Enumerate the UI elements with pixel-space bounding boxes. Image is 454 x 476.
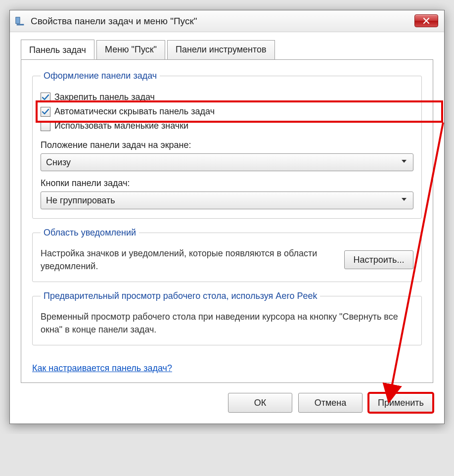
customize-button[interactable]: Настроить... [344,250,413,269]
row-lock-taskbar: Закрепить панель задач [41,90,413,104]
close-button[interactable] [414,14,438,27]
tabpanel-taskbar: Оформление панели задач Закрепить панель… [21,59,433,383]
combo-buttons[interactable]: Не группировать [41,191,413,209]
checkbox-lock-taskbar[interactable] [41,93,50,102]
group-aero-legend: Предварительный просмотр рабочего стола,… [41,291,320,301]
chevron-down-icon [400,157,408,168]
tab-strip: Панель задач Меню "Пуск" Панели инструме… [21,40,433,59]
svg-rect-0 [16,17,20,23]
aero-desc: Временный просмотр рабочего стола при на… [41,310,413,336]
close-icon [423,17,430,24]
label-lock-taskbar: Закрепить панель задач [54,92,155,102]
row-autohide: Автоматически скрывать панель задач [41,104,413,119]
notification-desc: Настройка значков и уведомлений, которые… [41,247,334,273]
cancel-button[interactable]: Отмена [298,393,363,413]
group-appearance: Оформление панели задач Закрепить панель… [32,71,422,219]
checkbox-small-icons[interactable] [41,121,50,131]
chevron-down-icon [400,195,408,206]
combo-position-value: Снизу [46,157,71,168]
label-autohide: Автоматически скрывать панель задач [54,106,215,117]
group-notification: Область уведомлений Настройка значков и … [32,228,422,282]
svg-rect-1 [17,24,24,25]
combo-buttons-value: Не группировать [46,195,115,206]
apply-button[interactable]: Применить [368,393,433,413]
tab-toolbars[interactable]: Панели инструментов [167,40,275,60]
help-link[interactable]: Как настраивается панель задач? [32,363,172,374]
titlebar: Свойства панели задач и меню "Пуск" [10,10,444,32]
combo-position[interactable]: Снизу [41,153,413,171]
checkbox-autohide[interactable] [41,107,50,117]
dialog-window: Свойства панели задач и меню "Пуск" Пане… [9,10,445,424]
group-appearance-legend: Оформление панели задач [41,71,160,81]
check-icon [42,108,49,116]
ok-button[interactable]: ОК [228,393,292,413]
tab-taskbar[interactable]: Панель задач [21,40,94,59]
check-icon [42,94,49,101]
tab-startmenu[interactable]: Меню "Пуск" [96,40,165,60]
label-position: Положение панели задач на экране: [41,140,413,150]
row-small-icons: Использовать маленькие значки [41,119,413,133]
window-title: Свойства панели задач и меню "Пуск" [31,16,197,27]
app-icon [15,16,26,27]
group-aero-peek: Предварительный просмотр рабочего стола,… [32,291,422,345]
content-area: Панель задач Меню "Пуск" Панели инструме… [10,32,444,424]
label-small-icons: Использовать маленькие значки [54,121,188,131]
group-notification-legend: Область уведомлений [41,228,139,238]
label-buttons: Кнопки панели задач: [41,178,413,189]
dialog-button-row: ОК Отмена Применить [21,393,433,413]
